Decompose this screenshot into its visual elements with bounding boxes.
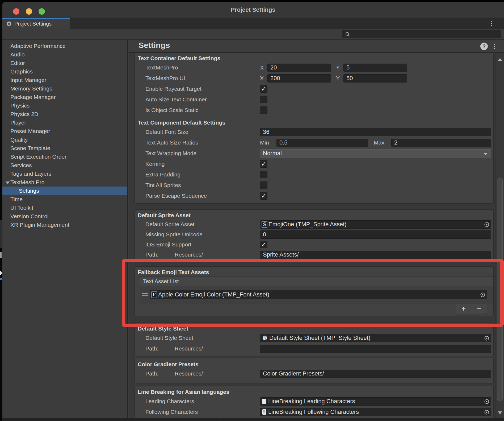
sidebar-item-graphics[interactable]: Graphics bbox=[2, 67, 127, 76]
dropdown-text-wrapping-mode[interactable]: Normal bbox=[260, 149, 491, 158]
checkbox-ios-emoji-support[interactable]: ✓ bbox=[260, 241, 267, 248]
object-field-leading-characters[interactable]: LineBreaking Leading Characters bbox=[260, 397, 491, 406]
object-field-default-style-sheet[interactable]: Default Style Sheet (TMP_Style Sheet) bbox=[260, 334, 491, 342]
row-value bbox=[260, 345, 491, 353]
object-field-following-characters[interactable]: LineBreaking Following Characters bbox=[260, 408, 491, 416]
sprite-asset-icon: S bbox=[262, 221, 267, 228]
settings-row: Missing Sprite Unicode0 bbox=[135, 229, 493, 240]
x-field[interactable]: 200 bbox=[267, 74, 331, 82]
object-field-value: LineBreaking Leading Characters bbox=[268, 398, 355, 405]
max-field[interactable]: 2 bbox=[391, 139, 491, 147]
add-item-button[interactable]: + bbox=[456, 304, 471, 315]
y-field[interactable]: 5 bbox=[343, 64, 407, 72]
sidebar-item-label: Time bbox=[10, 196, 23, 202]
sidebar-item-ui-toolkit[interactable]: UI Toolkit bbox=[2, 204, 127, 212]
sidebar-item-time[interactable]: Time bbox=[2, 195, 127, 204]
scroll-down-icon[interactable] bbox=[498, 411, 502, 414]
text-field-path[interactable]: Sprite Assets/ bbox=[260, 251, 491, 259]
search-input[interactable] bbox=[352, 31, 496, 37]
sidebar-item-package-manager[interactable]: Package Manager bbox=[2, 93, 127, 101]
sidebar-item-scene-template[interactable]: Scene Template bbox=[2, 144, 127, 152]
sidebar-item-physics[interactable]: Physics bbox=[2, 101, 127, 110]
y-field[interactable]: 50 bbox=[343, 74, 407, 82]
object-picker-icon[interactable] bbox=[484, 222, 490, 229]
row-value: SEmojiOne (TMP_Sprite Asset) bbox=[260, 220, 491, 229]
row-label-part: Path: bbox=[145, 370, 175, 377]
sidebar-item-input-manager[interactable]: Input Manager bbox=[2, 76, 127, 84]
disclosure-triangle-icon[interactable] bbox=[6, 181, 10, 184]
search-box[interactable] bbox=[342, 30, 501, 38]
sidebar-item-physics-2d[interactable]: Physics 2D bbox=[2, 110, 127, 118]
sidebar-item-quality[interactable]: Quality bbox=[2, 135, 127, 144]
sidebar-item-audio[interactable]: Audio bbox=[2, 50, 127, 59]
sidebar-item-script-execution-order[interactable]: Script Execution Order bbox=[2, 152, 127, 161]
help-icon[interactable]: ? bbox=[480, 43, 488, 50]
check-icon: ✓ bbox=[261, 85, 266, 92]
row-label-part: Path: bbox=[145, 251, 175, 258]
sidebar-item-memory-settings[interactable]: Memory Settings bbox=[2, 84, 127, 93]
object-picker-icon[interactable] bbox=[484, 399, 490, 406]
tab-project-settings[interactable]: Project Settings bbox=[2, 18, 70, 29]
dropdown-value: Normal bbox=[263, 150, 282, 157]
fallback-font-asset-field[interactable]: F Apple Color Emoji Color (TMP_Font Asse… bbox=[150, 290, 487, 299]
row-label: Is Object Scale Static bbox=[135, 107, 260, 113]
tab-label: Project Settings bbox=[14, 21, 52, 27]
sidebar-item-xr-plugin-management[interactable]: XR Plugin Management bbox=[2, 221, 127, 229]
sidebar-item-settings[interactable]: Settings bbox=[2, 187, 127, 195]
row-value: Normal bbox=[260, 149, 491, 158]
row-label: Following Characters bbox=[135, 409, 260, 415]
row-label: Enable Raycast Target bbox=[135, 86, 260, 92]
row-label: Missing Sprite Unicode bbox=[135, 231, 260, 238]
settings-options-kebab-icon[interactable] bbox=[492, 42, 497, 50]
sidebar-item-services[interactable]: Services bbox=[2, 161, 127, 170]
row-label-part: Path: bbox=[145, 345, 175, 352]
checkbox-enable-raycast-target[interactable]: ✓ bbox=[260, 85, 267, 93]
scroll-up-icon[interactable] bbox=[498, 58, 502, 61]
checkbox-kerning[interactable]: ✓ bbox=[260, 160, 267, 168]
checkbox-auto-size-text-container[interactable] bbox=[260, 96, 267, 103]
vertical-scrollbar[interactable] bbox=[495, 53, 504, 418]
sidebar-item-textmesh-pro[interactable]: TextMesh Pro bbox=[2, 178, 127, 187]
checkbox-parse-escape-sequence[interactable]: ✓ bbox=[260, 192, 267, 200]
sidebar-item-label: Script Execution Order bbox=[10, 154, 66, 160]
background-fragment bbox=[0, 252, 2, 258]
text-field-path[interactable]: Color Gradient Presets/ bbox=[260, 370, 491, 378]
sidebar-item-player[interactable]: Player bbox=[2, 118, 127, 127]
sidebar-item-label: UI Toolkit bbox=[10, 205, 33, 211]
x-field[interactable]: 20 bbox=[267, 64, 331, 72]
object-field-value: Default Style Sheet (TMP_Style Sheet) bbox=[269, 335, 370, 341]
remove-item-button[interactable]: − bbox=[471, 304, 487, 315]
object-field-value: EmojiOne (TMP_Sprite Asset) bbox=[268, 221, 346, 228]
settings-row: Parse Escape Sequence✓ bbox=[135, 191, 493, 201]
sidebar-item-label: TextMesh Pro bbox=[10, 179, 44, 185]
text-field-default-font-size[interactable]: 36 bbox=[260, 128, 491, 136]
checkbox-extra-padding[interactable] bbox=[260, 171, 267, 178]
scrollbar-thumb[interactable] bbox=[497, 178, 503, 401]
chevron-down-icon bbox=[484, 153, 488, 155]
text-field-path[interactable] bbox=[260, 345, 491, 353]
settings-row: Path:Resources/ bbox=[135, 343, 493, 354]
min-field[interactable]: 0.5 bbox=[276, 139, 368, 147]
sidebar-item-label: Graphics bbox=[10, 68, 33, 75]
object-field-default-sprite-asset[interactable]: SEmojiOne (TMP_Sprite Asset) bbox=[260, 220, 491, 229]
text-field-missing-sprite-unicode[interactable]: 0 bbox=[260, 230, 491, 239]
drag-handle[interactable] bbox=[142, 293, 148, 296]
checkbox-tint-all-sprites[interactable] bbox=[260, 181, 267, 189]
sidebar-item-editor[interactable]: Editor bbox=[2, 59, 127, 67]
row-label: Path:Resources/ bbox=[135, 251, 260, 258]
search-row bbox=[2, 29, 504, 40]
settings-group: Default Style SheetDefault Style SheetDe… bbox=[135, 322, 494, 356]
tab-options-kebab-icon[interactable] bbox=[489, 19, 495, 27]
checkbox-is-object-scale-static[interactable] bbox=[260, 106, 267, 114]
sidebar-item-preset-manager[interactable]: Preset Manager bbox=[2, 127, 127, 135]
object-picker-icon[interactable] bbox=[480, 292, 486, 299]
background-fragment bbox=[0, 278, 2, 280]
section-gap bbox=[135, 115, 493, 119]
row-label: Default Sprite Asset bbox=[135, 221, 260, 228]
object-picker-icon[interactable] bbox=[484, 409, 490, 416]
object-picker-icon[interactable] bbox=[484, 335, 490, 342]
sidebar-item-version-control[interactable]: Version Control bbox=[2, 212, 127, 221]
sidebar-item-tags-and-layers[interactable]: Tags and Layers bbox=[2, 170, 127, 178]
sidebar-item-label: Quality bbox=[10, 137, 28, 143]
sidebar-item-adaptive-performance[interactable]: Adaptive Performance bbox=[2, 42, 127, 50]
